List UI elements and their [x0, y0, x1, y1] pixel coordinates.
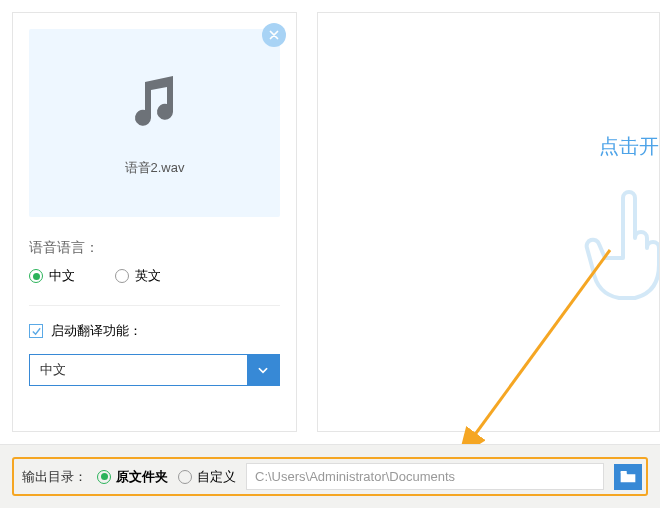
file-name-label: 语音2.wav [125, 159, 185, 177]
remove-file-button[interactable] [262, 23, 286, 47]
checkbox-label: 启动翻译功能： [51, 322, 142, 340]
output-path-input[interactable]: C:\Users\Administrator\Documents [246, 463, 604, 490]
audio-file-card: 语音2.wav [29, 29, 280, 217]
browse-folder-button[interactable] [614, 464, 642, 490]
action-panel[interactable]: 点击开 [317, 12, 660, 432]
folder-icon [620, 470, 636, 484]
select-value: 中文 [30, 355, 247, 385]
pointer-hand-icon [579, 190, 659, 303]
language-radio-group: 中文 英文 [29, 267, 280, 285]
radio-icon [29, 269, 43, 283]
checkbox-icon [29, 324, 43, 338]
radio-icon [115, 269, 129, 283]
language-section-label: 语音语言： [29, 239, 280, 257]
svg-rect-2 [621, 471, 627, 473]
radio-label: 中文 [49, 267, 75, 285]
radio-label: 英文 [135, 267, 161, 285]
action-text: 点击开 [599, 133, 659, 160]
output-label: 输出目录： [22, 468, 87, 486]
close-icon [267, 28, 281, 42]
radio-label: 自定义 [197, 468, 236, 486]
divider [29, 305, 280, 306]
radio-english[interactable]: 英文 [115, 267, 161, 285]
radio-icon [178, 470, 192, 484]
translate-checkbox-row[interactable]: 启动翻译功能： [29, 322, 280, 340]
radio-label: 原文件夹 [116, 468, 168, 486]
chevron-down-icon [247, 355, 279, 385]
settings-panel: 语音2.wav 语音语言： 中文 英文 启动翻译功能： 中文 [12, 12, 297, 432]
radio-chinese[interactable]: 中文 [29, 267, 75, 285]
music-note-icon [123, 70, 187, 137]
output-directory-bar: 输出目录： 原文件夹 自定义 C:\Users\Administrator\Do… [12, 457, 648, 496]
translate-language-select[interactable]: 中文 [29, 354, 280, 386]
radio-custom-folder[interactable]: 自定义 [178, 468, 236, 486]
output-bar-container: 输出目录： 原文件夹 自定义 C:\Users\Administrator\Do… [0, 444, 660, 508]
radio-icon [97, 470, 111, 484]
radio-original-folder[interactable]: 原文件夹 [97, 468, 168, 486]
